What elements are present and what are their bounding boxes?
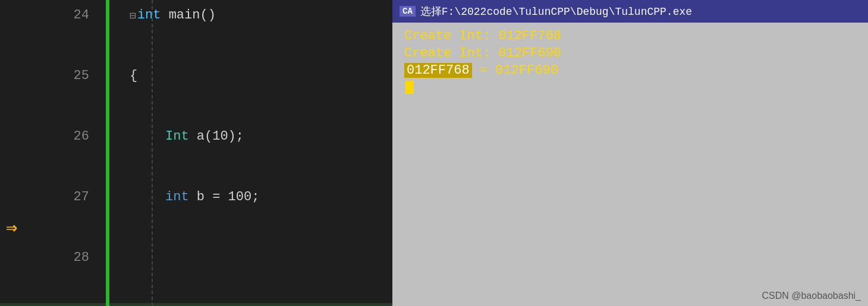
console-rest-text: = 012FF690	[472, 63, 558, 78]
main-yellow-arrow: ⇒	[6, 216, 17, 239]
console-app-icon: CA	[400, 6, 416, 17]
line-content-26: Int a(10);	[118, 129, 244, 144]
keyword-int-24: int	[137, 8, 161, 23]
console-line-2: Create Int: 012FF690	[404, 46, 856, 61]
line-number-28: 28	[0, 250, 101, 265]
console-body: Create Int: 012FF768 Create Int: 012FF69…	[392, 23, 868, 306]
line-content-25: {	[118, 68, 137, 83]
highlighted-address: 012FF768	[404, 63, 472, 78]
text-b-init: b = 100;	[189, 190, 260, 204]
code-line-29: 29 ▶| a = b;	[0, 303, 392, 306]
cursor-block	[405, 81, 414, 94]
dashed-line	[152, 0, 153, 306]
console-line-3: 012FF768 = 012FF690	[404, 63, 856, 78]
line-number-24: 24	[0, 8, 101, 23]
yellow-arrow-container: ⇒	[6, 212, 17, 242]
watermark: CSDN @baobaobashi_	[762, 291, 861, 301]
console-cursor-line	[404, 80, 856, 95]
line-content-24: ⊟ int main()	[118, 8, 216, 23]
code-line-26: 26 Int a(10);	[0, 121, 392, 152]
console-line-1: Create Int: 012FF768	[404, 29, 856, 43]
code-line-27: 27 int b = 100;	[0, 182, 392, 212]
editor-panel: 24 ⊟ int main() 25 { 26 Int a(10); 27 in…	[0, 0, 392, 306]
keyword-Int-26: Int	[165, 129, 189, 144]
collapse-icon-24[interactable]: ⊟	[130, 9, 136, 22]
code-line-24: 24 ⊟ int main()	[0, 0, 392, 30]
line-number-26: 26	[0, 129, 101, 144]
text-a-init: a(10);	[189, 129, 244, 144]
console-titlebar: CA 选择F:\2022code\TulunCPP\Debug\TulunCPP…	[392, 0, 868, 23]
code-line-25: 25 {	[0, 61, 392, 91]
text-main: main()	[161, 8, 215, 23]
brace-open-25: {	[130, 68, 137, 83]
line-number-25: 25	[0, 68, 101, 83]
console-panel: CA 选择F:\2022code\TulunCPP\Debug\TulunCPP…	[392, 0, 868, 306]
green-bar	[106, 0, 109, 306]
line-number-27: 27	[0, 190, 101, 204]
keyword-int-27: int	[165, 190, 189, 204]
console-title: 选择F:\2022code\TulunCPP\Debug\TulunCPP.ex…	[420, 4, 692, 18]
line-content-27: int b = 100;	[118, 190, 259, 204]
code-line-28: 28	[0, 242, 392, 273]
